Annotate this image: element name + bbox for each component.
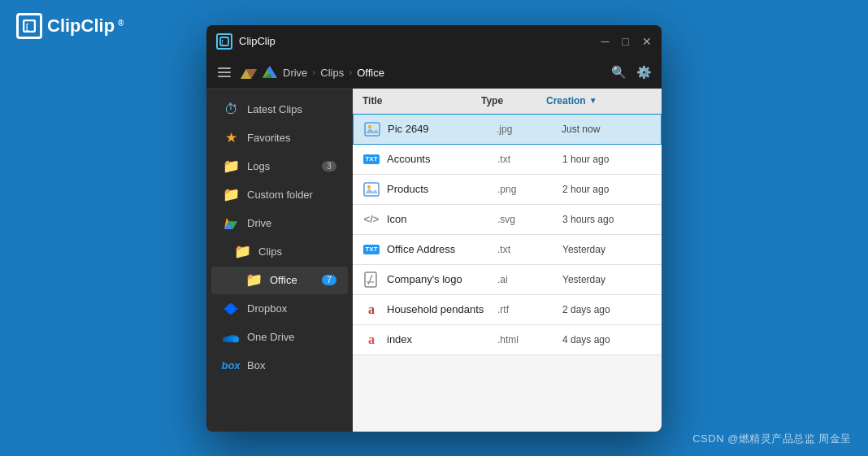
- sidebar-label-office: Office: [270, 274, 314, 286]
- gdrive-icon: [241, 65, 257, 80]
- table-body: Pic 2649 .jpg Just now TXT Accounts .txt…: [353, 114, 662, 432]
- table-row[interactable]: TXT Office Address .txt Yesterday: [353, 235, 662, 265]
- watermark: CSDN @燃精灵产品总监 周金呈: [692, 432, 852, 446]
- sidebar-item-clips[interactable]: 📁 Clips: [211, 238, 348, 266]
- cell-type: .rtf: [497, 304, 562, 315]
- search-icon[interactable]: 🔍: [611, 65, 627, 80]
- table-header: Title Type Creation ▼: [353, 89, 662, 114]
- cell-title: TXT Office Address: [362, 241, 497, 258]
- sidebar-label-latest-clips: Latest Clips: [247, 103, 336, 115]
- file-html-icon: a: [362, 331, 380, 349]
- cell-creation: Yesterday: [562, 244, 652, 255]
- folder-office-icon: 📁: [245, 272, 262, 289]
- table-row[interactable]: a Household pendants .rtf 2 days ago: [353, 295, 662, 325]
- app-logo: [ ClipClip ®: [16, 13, 124, 39]
- cell-title: Pic 2649: [363, 120, 497, 138]
- sidebar-item-box[interactable]: box Box: [211, 352, 348, 380]
- header-creation[interactable]: Creation ▼: [546, 95, 636, 106]
- logo-bracket-icon: [: [16, 13, 42, 39]
- sidebar-item-dropbox[interactable]: Dropbox: [211, 295, 348, 323]
- cell-title: </> Icon: [362, 211, 497, 228]
- svg-text:[: [: [222, 39, 224, 46]
- logo-text: ClipClip: [47, 15, 115, 37]
- breadcrumb-office[interactable]: Office: [357, 67, 384, 79]
- sidebar-label-clips: Clips: [258, 245, 336, 258]
- cell-creation: Yesterday: [562, 274, 652, 285]
- table-row[interactable]: Products .png 2 hour ago: [353, 175, 662, 205]
- file-txt2-icon: TXT: [362, 241, 380, 258]
- svg-line-31: [368, 275, 372, 284]
- cell-type: .svg: [497, 214, 562, 225]
- cell-type: .txt: [497, 154, 562, 165]
- svg-text:[: [: [26, 23, 28, 31]
- minimize-button[interactable]: ─: [601, 36, 610, 47]
- file-name: Household pendants: [387, 303, 484, 315]
- breadcrumb: Drive › Clips › Office: [241, 65, 603, 80]
- header-type: Type: [481, 95, 546, 106]
- header-creation-label: Creation: [546, 95, 586, 106]
- office-badge: 7: [322, 275, 336, 285]
- table-row[interactable]: a index .html 4 days ago: [353, 325, 662, 355]
- table-row[interactable]: Pic 2649 .jpg Just now: [353, 114, 662, 145]
- sidebar-item-custom-folder[interactable]: 📁 Custom folder: [211, 181, 348, 209]
- cell-title: a Household pendants: [362, 301, 497, 319]
- sidebar: ⏱ Latest Clips ★ Favorites 📁 Logs 3 📁 Cu…: [206, 89, 353, 432]
- breadcrumb-clips[interactable]: Clips: [320, 67, 344, 79]
- hamburger-menu-icon[interactable]: [216, 66, 232, 79]
- cell-creation: Just now: [562, 124, 651, 135]
- sidebar-item-logs[interactable]: 📁 Logs 3: [211, 153, 348, 180]
- drive-colored-icon: [262, 65, 278, 80]
- svg-point-23: [233, 337, 239, 342]
- sidebar-item-onedrive[interactable]: One Drive: [211, 324, 348, 351]
- folder-logs-icon: 📁: [223, 159, 239, 175]
- svg-rect-24: [365, 123, 380, 136]
- table-row[interactable]: Company's logo .ai Yesterday: [353, 265, 662, 295]
- dropbox-icon: [223, 301, 239, 317]
- file-ai-icon: [362, 271, 380, 289]
- table-row[interactable]: </> Icon .svg 3 hours ago: [353, 205, 662, 235]
- sidebar-label-logs: Logs: [247, 160, 314, 172]
- svg-marker-26: [366, 128, 379, 133]
- sidebar-item-drive[interactable]: Drive: [211, 210, 348, 237]
- sidebar-item-latest-clips[interactable]: ⏱ Latest Clips: [211, 96, 348, 124]
- star-icon: ★: [223, 130, 239, 146]
- cell-title: TXT Accounts: [362, 150, 497, 168]
- sidebar-label-dropbox: Dropbox: [247, 302, 336, 315]
- cell-creation: 4 days ago: [562, 334, 652, 345]
- table-row[interactable]: TXT Accounts .txt 1 hour ago: [353, 145, 662, 175]
- sidebar-label-custom-folder: Custom folder: [247, 189, 336, 201]
- file-img-icon: [363, 120, 381, 138]
- file-name: Accounts: [387, 153, 430, 165]
- window-body: ⏱ Latest Clips ★ Favorites 📁 Logs 3 📁 Cu…: [206, 89, 662, 432]
- file-name: Office Address: [387, 243, 455, 255]
- sidebar-item-office[interactable]: 📁 Office 7: [211, 267, 348, 294]
- cell-creation: 3 hours ago: [562, 214, 652, 225]
- sidebar-label-drive: Drive: [247, 217, 336, 229]
- cell-title: a index: [362, 331, 497, 349]
- window-controls: ─ □ ✕: [601, 36, 652, 47]
- header-title: Title: [362, 95, 481, 106]
- logs-badge: 3: [322, 161, 336, 172]
- sidebar-item-favorites[interactable]: ★ Favorites: [211, 124, 348, 152]
- cell-creation: 2 days ago: [562, 304, 652, 315]
- sidebar-label-box: Box: [247, 359, 336, 371]
- toolbar: Drive › Clips › Office 🔍 ⚙️: [206, 58, 662, 89]
- cell-type: .ai: [497, 274, 562, 285]
- settings-icon[interactable]: ⚙️: [636, 65, 652, 80]
- svg-rect-27: [364, 183, 379, 196]
- breadcrumb-drive[interactable]: Drive: [283, 67, 307, 79]
- file-txt-icon: TXT: [362, 150, 380, 168]
- file-name: Icon: [387, 213, 407, 225]
- main-window: [ ClipClip ─ □ ✕: [206, 25, 662, 432]
- cell-creation: 1 hour ago: [562, 154, 652, 165]
- cell-creation: 2 hour ago: [562, 184, 652, 195]
- cell-type: .png: [497, 184, 562, 195]
- cell-type: .txt: [497, 244, 562, 255]
- cell-type: .html: [497, 334, 562, 345]
- breadcrumb-sep-1: ›: [312, 67, 315, 78]
- maximize-button[interactable]: □: [623, 36, 629, 47]
- close-button[interactable]: ✕: [642, 36, 652, 47]
- titlebar-logo-icon: [: [216, 33, 232, 50]
- breadcrumb-sep-2: ›: [349, 67, 352, 78]
- cell-title: Company's logo: [362, 271, 497, 289]
